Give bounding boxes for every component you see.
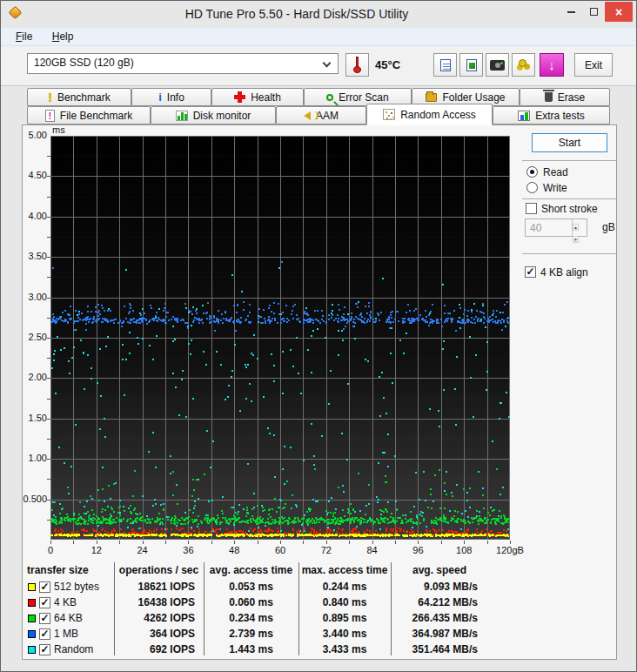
table-row: ✓ 64 KB 4262 IOPS 0.234 ms 0.895 ms 266.… [27, 610, 488, 626]
write-radio[interactable] [526, 182, 538, 193]
max-access-value: 0.895 ms [298, 612, 391, 624]
ops-value: 692 IOPS [114, 643, 204, 655]
read-radio[interactable] [526, 166, 538, 178]
series-checkbox[interactable]: ✓ [39, 581, 50, 593]
tab-aam[interactable]: AAM [276, 106, 366, 124]
bar-chart-icon [176, 111, 188, 121]
tab-extra-tests[interactable]: Extra tests [493, 106, 610, 124]
short-stroke-label: Short stroke [541, 203, 598, 215]
x-axis-label: 120gB [496, 545, 524, 555]
menu-help[interactable]: Help [48, 28, 78, 45]
drive-select-dropdown[interactable]: 120GB SSD (120 gB) [27, 53, 339, 74]
magnifier-icon [326, 94, 333, 101]
spinner-up-button[interactable]: ▲ [573, 224, 579, 231]
temperature-value: 45°C [375, 58, 400, 71]
separator [522, 253, 616, 254]
separator [522, 198, 616, 199]
tab-file-benchmark[interactable]: ! File Benchmark [27, 106, 151, 124]
close-icon: × [615, 5, 622, 19]
health-cross-icon [234, 91, 245, 103]
y-axis-label: 5.00 [13, 130, 47, 140]
x-axis-label: 12 [91, 545, 102, 555]
temperature-button[interactable] [345, 53, 369, 77]
col-transfer-size: transfer size [27, 564, 114, 576]
series-checkbox[interactable]: ✓ [39, 644, 50, 655]
series-color-swatch [28, 583, 36, 591]
x-axis-tick [418, 541, 419, 544]
short-stroke-size-input[interactable]: 40 ▲ ▼ [525, 218, 587, 237]
series-color-swatch [28, 615, 36, 622]
info-icon: i [158, 91, 162, 104]
x-axis-label: 84 [366, 545, 377, 555]
speaker-icon [304, 111, 311, 120]
save-results-button[interactable]: ↓ [540, 53, 564, 77]
chevron-down-icon [323, 59, 332, 68]
toolbar: 120GB SSD (120 gB) 45°C ↓ Exit [1, 46, 636, 86]
series-checkbox[interactable]: ✓ [39, 628, 50, 640]
x-axis-tick [73, 541, 74, 544]
align-checkbox[interactable]: ✓ [525, 266, 536, 278]
spinner-down-button[interactable]: ▼ [573, 236, 579, 243]
y-axis-label: 1.50 [13, 413, 47, 423]
copy-image-button[interactable] [459, 53, 483, 77]
tab-benchmark[interactable]: ! Benchmark [27, 88, 131, 106]
read-label: Read [543, 166, 568, 178]
short-stroke-checkbox[interactable] [526, 203, 537, 214]
x-axis-tick [487, 541, 488, 544]
minimize-icon [567, 11, 575, 13]
ops-value: 16438 IOPS [114, 596, 204, 608]
series-label: 512 bytes [54, 581, 99, 593]
screenshot-button[interactable] [486, 53, 509, 77]
tab-random-access[interactable]: Random Access [366, 104, 493, 125]
avg-speed-value: 351.464 MB/s [391, 643, 488, 655]
y-axis-tick [47, 237, 50, 238]
exit-button[interactable]: Exit [574, 53, 613, 77]
y-axis-tick [47, 156, 50, 157]
tab-health[interactable]: Health [211, 88, 304, 106]
minimize-button[interactable] [561, 2, 580, 22]
y-axis-tick [47, 318, 50, 319]
tab-info[interactable]: i Info [131, 88, 211, 106]
x-axis-tick [303, 541, 304, 544]
y-axis-tick [47, 378, 50, 379]
avg-speed-value: 266.435 MB/s [391, 612, 488, 624]
tab-disk-monitor[interactable]: Disk monitor [151, 106, 276, 124]
max-access-value: 3.440 ms [298, 628, 391, 640]
y-axis-label: 2.50 [13, 332, 47, 342]
x-axis-label: 48 [229, 545, 239, 555]
avg-access-value: 0.053 ms [204, 581, 298, 593]
x-axis-label: 72 [321, 545, 332, 555]
table-row: ✓ 4 KB 16438 IOPS 0.060 ms 0.840 ms 64.2… [27, 595, 488, 610]
close-button[interactable]: × [605, 2, 633, 22]
coins-icon [519, 59, 526, 67]
avg-speed-value: 64.212 MB/s [391, 596, 488, 608]
maximize-button[interactable] [584, 2, 603, 22]
x-axis-tick [464, 541, 465, 544]
write-label: Write [543, 182, 567, 194]
tab-erase[interactable]: Erase [520, 88, 610, 106]
file-benchmark-icon: ! [45, 110, 55, 122]
start-button[interactable]: Start [532, 133, 607, 152]
series-checkbox[interactable]: ✓ [39, 597, 50, 608]
copy-text-icon [440, 59, 451, 71]
camera-icon [490, 60, 505, 71]
y-axis-tick [47, 520, 50, 521]
x-axis-label: 24 [137, 545, 147, 555]
x-axis-tick [395, 541, 396, 544]
series-label: Random [54, 643, 93, 655]
thermometer-icon [353, 57, 361, 73]
y-axis-tick [47, 217, 50, 218]
max-access-value: 0.244 ms [298, 581, 391, 593]
trash-icon [545, 92, 553, 102]
series-checkbox[interactable]: ✓ [39, 613, 50, 624]
y-axis-tick [47, 459, 50, 460]
col-max-access: max. access time [298, 564, 391, 576]
table-row: ✓ 512 bytes 18621 IOPS 0.053 ms 0.244 ms… [27, 579, 488, 595]
buy-button[interactable] [512, 53, 535, 77]
x-axis-label: 0 [48, 545, 53, 555]
copy-text-button[interactable] [433, 53, 457, 77]
y-axis-tick [47, 500, 50, 501]
menu-file[interactable]: File [11, 28, 37, 45]
scatter-icon [383, 109, 395, 120]
x-axis-tick [97, 541, 97, 544]
